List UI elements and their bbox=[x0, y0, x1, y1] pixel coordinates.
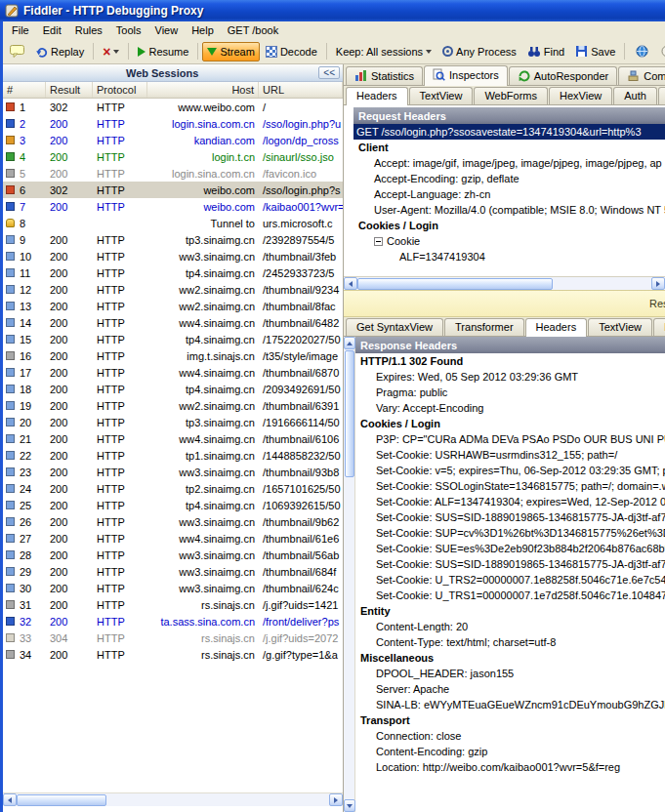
remove-sessions-button[interactable]: × bbox=[98, 42, 124, 61]
menu-item-rules[interactable]: Rules bbox=[68, 22, 109, 38]
header-item-row[interactable]: Content-Encoding: gzip bbox=[355, 744, 665, 759]
collapse-panel-button[interactable]: << bbox=[318, 66, 340, 79]
session-row[interactable]: 33304HTTPrs.sinajs.cn/j.gif?uids=2072 bbox=[3, 629, 343, 646]
header-item-row[interactable]: Set-Cookie: SUE=es%3De2eb90f23b884b2f206… bbox=[355, 541, 665, 556]
scroll-left-button[interactable] bbox=[3, 793, 17, 806]
tab-request-textview[interactable]: TextView bbox=[409, 87, 474, 104]
header-item-row[interactable]: Expires: Wed, 05 Sep 2012 03:29:36 GMT bbox=[355, 369, 665, 385]
column-header-url[interactable]: URL bbox=[259, 82, 343, 98]
scroll-right-button[interactable] bbox=[329, 793, 343, 806]
header-item-row[interactable]: User-Agent: Mozilla/4.0 (compatible; MSI… bbox=[353, 202, 665, 218]
header-group-row[interactable]: Transport bbox=[355, 712, 665, 728]
collapse-box-icon[interactable] bbox=[374, 237, 383, 246]
tab-response-imageview[interactable]: ImageView bbox=[653, 318, 665, 336]
header-item-row[interactable]: Set-Cookie: U_TRS2=00000007.1e88258f.504… bbox=[355, 572, 665, 588]
header-item-row[interactable]: Accept-Encoding: gzip, deflate bbox=[353, 171, 665, 186]
session-row[interactable]: 24200HTTPtp2.sinaimg.cn/1657101625/50 bbox=[3, 480, 343, 497]
header-group-row[interactable]: Miscellaneous bbox=[355, 650, 665, 666]
tab-autoresponder[interactable]: AutoResponder bbox=[509, 66, 617, 85]
session-row[interactable]: 32200HTTPta.sass.sina.com.cn/front/deliv… bbox=[3, 613, 343, 629]
session-row[interactable]: 29200HTTPww3.sinaimg.cn/thumbnail/684f bbox=[3, 563, 343, 580]
tab-request-hexview[interactable]: HexView bbox=[549, 87, 612, 104]
header-item-row[interactable]: DPOOL_HEADER: jason155 bbox=[355, 666, 665, 681]
browser-globe-button[interactable] bbox=[631, 41, 653, 61]
tab-request-webforms[interactable]: WebForms bbox=[474, 87, 548, 104]
session-row[interactable]: 13200HTTPww2.sinaimg.cn/thumbnail/8fac bbox=[3, 298, 343, 314]
menu-item-file[interactable]: File bbox=[5, 22, 36, 38]
session-row[interactable]: 10200HTTPww3.sinaimg.cn/thumbnail/3feb bbox=[3, 248, 343, 264]
header-item-row[interactable]: Set-Cookie: SUP=cv%3D1%26bt%3D1346815775… bbox=[355, 525, 665, 541]
header-item-row[interactable]: Set-Cookie: SUS=SID-1889019865-134681577… bbox=[355, 509, 665, 525]
header-item-row[interactable]: Pragma: public bbox=[355, 385, 665, 400]
session-row[interactable]: 11200HTTPtp4.sinaimg.cn/2452933723/5 bbox=[3, 264, 343, 281]
session-row[interactable]: 21200HTTPww4.sinaimg.cn/thumbnail/6106 bbox=[3, 430, 343, 447]
header-item-row[interactable]: SINA-LB: eWYyMTEuaGEueWZncm91cDEuYmoubG9… bbox=[355, 697, 665, 712]
session-row[interactable]: 2200HTTPlogin.sina.com.cn/sso/login.php?… bbox=[3, 115, 343, 132]
session-row[interactable]: 22200HTTPtp1.sinaimg.cn/1448858232/50 bbox=[3, 447, 343, 464]
header-item-row[interactable]: Content-Length: 20 bbox=[355, 619, 665, 634]
column-header-protocol[interactable]: Protocol bbox=[93, 82, 147, 98]
keep-sessions-dropdown[interactable]: Keep: All sessions bbox=[331, 42, 436, 61]
header-item-row[interactable]: Accept: image/gif, image/jpeg, image/pjp… bbox=[353, 155, 665, 171]
header-item-row[interactable]: ALF=1347419304 bbox=[353, 249, 665, 264]
tab-response-headers[interactable]: Headers bbox=[525, 318, 588, 337]
header-item-row[interactable]: Set-Cookie: SUS=SID-1889019865-134681577… bbox=[355, 556, 665, 572]
session-row[interactable]: 1302HTTPwww.weibo.com/ bbox=[3, 99, 343, 115]
header-item-row[interactable]: Set-Cookie: SSOLoginState=1346815775; pa… bbox=[355, 478, 665, 494]
tab-statistics[interactable]: Statistics bbox=[346, 66, 423, 85]
tab-inspectors[interactable]: Inspectors bbox=[424, 65, 508, 86]
response-encoded-notification[interactable]: Response is encoded and may need to be d… bbox=[344, 290, 665, 317]
request-line[interactable]: GET /sso/login.php?ssosavestate=13474193… bbox=[353, 124, 665, 140]
header-item-row[interactable]: Set-Cookie: ALF=1347419304; expires=Wed,… bbox=[355, 494, 665, 509]
save-button[interactable]: Save bbox=[570, 41, 620, 61]
header-group-row[interactable]: Cookies / Login bbox=[355, 416, 665, 431]
header-item-row[interactable]: P3P: CP="CURa ADMa DEVa PSAo PSDo OUR BU… bbox=[355, 431, 665, 447]
find-button[interactable]: Find bbox=[522, 42, 569, 61]
scroll-thumb[interactable] bbox=[345, 350, 354, 477]
scroll-thumb[interactable] bbox=[357, 278, 553, 290]
resume-button[interactable]: Resume bbox=[133, 42, 193, 61]
session-row[interactable]: 27200HTTPww4.sinaimg.cn/thumbnail/61e6 bbox=[3, 530, 343, 547]
session-row[interactable]: 28200HTTPww3.sinaimg.cn/thumbnail/56ab bbox=[3, 547, 343, 563]
session-row[interactable]: 30200HTTPww3.sinaimg.cn/thumbnail/624c bbox=[3, 580, 343, 596]
session-row[interactable]: 7200HTTPweibo.com/kaibao001?wvr= bbox=[3, 198, 343, 215]
header-group-row[interactable]: Cookies / Login bbox=[353, 218, 665, 233]
column-header-number[interactable]: # bbox=[3, 82, 46, 98]
tab-composer[interactable]: Composer bbox=[618, 66, 665, 85]
stream-toggle-button[interactable]: Stream bbox=[202, 42, 259, 61]
menu-item-help[interactable]: Help bbox=[185, 22, 221, 38]
header-item-row[interactable]: Set-Cookie: USRHAWB=usrmdins312_155; pat… bbox=[355, 447, 665, 463]
session-row[interactable]: 18200HTTPtp4.sinaimg.cn/2093492691/50 bbox=[3, 381, 343, 397]
request-hscrollbar[interactable] bbox=[344, 276, 665, 290]
header-group-row[interactable]: Client bbox=[353, 140, 665, 155]
any-process-button[interactable]: Any Process bbox=[437, 42, 521, 61]
header-item-row[interactable]: Set-Cookie: U_TRS1=00000007.1e7d258f.504… bbox=[355, 588, 665, 603]
tab-get-syntaxview[interactable]: Get SyntaxView bbox=[346, 318, 443, 336]
menu-item-tools[interactable]: Tools bbox=[109, 22, 148, 38]
session-row[interactable]: 9200HTTPtp3.sinaimg.cn/2392897554/5 bbox=[3, 231, 343, 248]
session-row[interactable]: 6302HTTPweibo.com/sso/login.php?s bbox=[3, 182, 343, 198]
session-row[interactable]: 12200HTTPww2.sinaimg.cn/thumbnail/9234 bbox=[3, 281, 343, 298]
header-item-row[interactable]: Set-Cookie: v=5; expires=Thu, 06-Sep-201… bbox=[355, 463, 665, 478]
tab-response-textview[interactable]: TextView bbox=[588, 318, 652, 336]
session-row[interactable]: 25200HTTPtp4.sinaimg.cn/1069392615/50 bbox=[3, 497, 343, 513]
header-item-row[interactable]: Content-Type: text/html; charset=utf-8 bbox=[355, 634, 665, 650]
session-row[interactable]: 34200HTTPrs.sinajs.cn/g.gif?type=1&a bbox=[3, 646, 343, 663]
session-row[interactable]: 19200HTTPww2.sinaimg.cn/thumbnail/6391 bbox=[3, 397, 343, 414]
column-header-host[interactable]: Host bbox=[147, 82, 259, 98]
session-row[interactable]: 5200HTTPlogin.sina.com.cn/favicon.ico bbox=[3, 165, 343, 182]
header-item-row[interactable]: Cookie bbox=[353, 233, 665, 249]
header-item-row[interactable]: Accept-Language: zh-cn bbox=[353, 186, 665, 202]
scroll-left-button[interactable] bbox=[344, 277, 357, 290]
header-item-row[interactable]: Server: Apache bbox=[355, 681, 665, 697]
tab-transformer[interactable]: Transformer bbox=[444, 318, 524, 336]
header-item-row[interactable]: Location: http://weibo.com/kaibao001?wvr… bbox=[355, 759, 665, 775]
session-row[interactable]: 16200HTTPimg.t.sinajs.cn/t35/style/image bbox=[3, 347, 343, 364]
replay-button[interactable]: Replay bbox=[30, 41, 89, 61]
tab-request-cookies[interactable]: Cookies bbox=[658, 87, 665, 104]
session-row[interactable]: 17200HTTPww4.sinaimg.cn/thumbnail/6870 bbox=[3, 364, 343, 381]
header-item-row[interactable]: Connection: close bbox=[355, 728, 665, 744]
session-timer-button[interactable] bbox=[656, 41, 665, 61]
scroll-thumb[interactable] bbox=[17, 794, 106, 806]
scroll-down-button[interactable] bbox=[344, 799, 355, 812]
